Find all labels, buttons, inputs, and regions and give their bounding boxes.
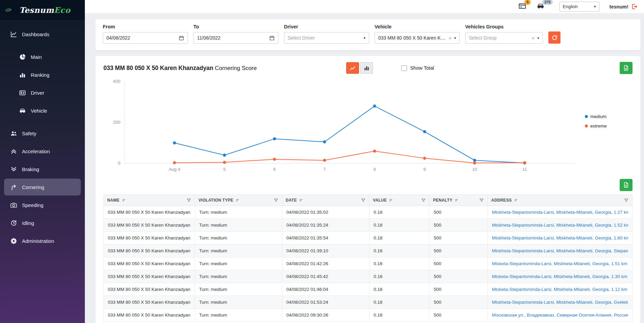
billing-indicator[interactable]: 5 (518, 2, 526, 11)
chevron-down-icon: ▾ (454, 36, 456, 40)
column-header-date[interactable]: DATE (282, 195, 369, 206)
address-link[interactable]: Mtskheta-Stepantsminda-Larsi, Mtskheta-M… (492, 235, 628, 240)
column-header-address[interactable]: ADDRESS (488, 195, 632, 206)
show-total-checkbox[interactable] (401, 65, 407, 71)
svg-text:9: 9 (423, 167, 426, 172)
sidebar-item-cornering[interactable]: Cornering (4, 179, 81, 195)
sidebar-item-speeding[interactable]: Speeding (4, 197, 81, 213)
cell-address: Mtsketa-Stepantsminda-Larsi, Mtskheta-Mt… (488, 257, 632, 270)
sidebar-item-driver[interactable]: Driver (4, 84, 81, 101)
sidebar-item-braking[interactable]: Braking (4, 161, 81, 178)
sort-icon[interactable] (122, 198, 126, 203)
cell-address: Mtskheta-Stepantsminda-Larsi, Mtskheta-M… (488, 219, 632, 231)
chevron-down-icon: ▾ (594, 5, 596, 8)
line-chart-icon (10, 31, 17, 38)
filter-funnel-icon[interactable] (361, 198, 366, 203)
refresh-button[interactable] (548, 31, 560, 44)
filter-funnel-icon[interactable] (186, 198, 191, 203)
address-link[interactable]: Mtskheta-Stepantsminda-Larsi, Mtskheta-M… (492, 223, 628, 228)
address-link[interactable]: Mtskheta-Stepantsminda-Larsi, Mtskheta-M… (492, 300, 628, 305)
column-header-name[interactable]: NAME (104, 195, 195, 206)
language-select[interactable]: English ▾ (559, 2, 599, 11)
bar-chart-toggle[interactable] (360, 62, 373, 74)
sidebar-item-vehicle[interactable]: Vehicle (4, 102, 81, 119)
svg-text:0: 0 (118, 161, 120, 166)
groups-select[interactable]: Select Group × ▾ (465, 32, 543, 44)
sidebar-item-idling[interactable]: Idling (4, 214, 81, 231)
show-total[interactable]: Show Total (401, 65, 434, 71)
sort-icon[interactable] (299, 198, 304, 203)
sort-icon[interactable] (235, 198, 240, 203)
legend-item-extreme[interactable]: extreme (585, 123, 607, 129)
address-link[interactable]: Mtskheta-Stepantsminda-Larsi, Mtskheta-M… (492, 210, 628, 215)
logo[interactable]: TesnumEco (0, 0, 85, 20)
sidebar-item-acceleration[interactable]: Acceleration (4, 143, 81, 160)
from-date-input[interactable]: 04/08/2022 (103, 32, 188, 44)
vehicles-indicator[interactable]: 275 (536, 2, 545, 11)
sidebar-item-label: Acceleration (22, 148, 50, 154)
cell-value: 0.16 (369, 283, 430, 296)
clear-icon[interactable]: × (532, 36, 535, 41)
table-row[interactable]: 033 MM 80 050 X 50 Karen KhanzadyanTurn:… (104, 283, 632, 296)
chevrons-down-icon (10, 166, 17, 173)
sort-icon[interactable] (514, 198, 519, 203)
chart-title: 033 MM 80 050 X 50 Karen Khanzadyan Corn… (103, 65, 257, 72)
driver-select[interactable]: Select Driver ▾ (284, 32, 369, 44)
table-row[interactable]: 033 MM 80 050 X 50 Karen KhanzadyanTurn:… (104, 206, 632, 219)
chart-area: 0200400Aug 4567891011 mediumextreme (103, 76, 633, 178)
cell-violation-type: Turn: medium (195, 245, 282, 257)
table-row[interactable]: 033 MM 80 050 X 50 Karen KhanzadyanTurn:… (104, 257, 632, 270)
sidebar-item-main[interactable]: Main (4, 48, 81, 65)
sidebar-item-administration[interactable]: Administration (4, 232, 81, 249)
table-row[interactable]: 033 MM 80 050 X 50 Karen KhanzadyanTurn:… (104, 219, 632, 232)
table-row[interactable]: 033 MM 80 050 X 50 Karen KhanzadyanTurn:… (104, 270, 632, 283)
vehicle-select[interactable]: 033 MM 80 050 X 50 Karen Khanzadyan × ▾ (375, 32, 460, 44)
sort-icon[interactable] (454, 198, 459, 203)
column-header-value[interactable]: VALUE (369, 195, 430, 206)
sidebar-item-ranking[interactable]: Ranking (4, 66, 81, 83)
table-row[interactable]: 033 MM 80 050 X 50 Karen KhanzadyanTurn:… (104, 309, 632, 322)
user-menu[interactable]: tesnum! (610, 3, 638, 10)
to-date-input[interactable]: 11/08/2022 (193, 32, 279, 44)
address-link[interactable]: Mtsketa-Stepantsminda-Larsi, Mtskheta-Mt… (492, 287, 628, 292)
pie-chart-icon (19, 53, 26, 61)
filter-funnel-icon[interactable] (273, 198, 279, 203)
cell-value: 0.16 (369, 270, 430, 283)
clear-icon[interactable]: × (449, 36, 452, 41)
cell-violation-type: Turn: medium (195, 309, 282, 321)
cell-address: Московская ул., Владикавказ, Северная Ос… (488, 309, 632, 321)
table-row[interactable]: 033 MM 80 050 X 50 Karen KhanzadyanTurn:… (104, 245, 632, 257)
column-header-violation-type[interactable]: VIOLATION TYPE (195, 195, 282, 206)
filter-from: From 04/08/2022 (103, 24, 188, 44)
filter-funnel-icon[interactable] (421, 198, 426, 203)
logout-icon[interactable] (631, 3, 638, 10)
calendar-icon[interactable] (178, 35, 184, 41)
column-label: PENALTY (433, 198, 452, 203)
column-label: VALUE (373, 198, 387, 203)
filter-funnel-icon[interactable] (624, 198, 629, 203)
chart-title-metric: Cornering Score (215, 65, 257, 71)
table-row[interactable]: 033 MM 80 050 X 50 Karen KhanzadyanTurn:… (104, 296, 632, 309)
legend-item-medium[interactable]: medium (585, 114, 607, 119)
sidebar-menu: DashboardsMainRankingDriverVehicleSafety… (0, 20, 85, 250)
table-row[interactable]: 033 MM 80 050 X 50 Karen KhanzadyanTurn:… (104, 232, 632, 245)
vehicle-value: 033 MM 80 050 X 50 Karen Khanzadyan (378, 35, 446, 41)
cell-date: 04/08/2022 01:35:02 (282, 206, 369, 218)
export-chart-button[interactable] (620, 62, 633, 74)
language-value: English (563, 4, 578, 9)
calendar-icon[interactable] (269, 35, 275, 41)
address-link[interactable]: Московская ул., Владикавказ, Северная Ос… (492, 313, 628, 318)
export-table-button[interactable] (620, 179, 633, 191)
address-link[interactable]: Mtsketa-Stepantsminda-Larsi, Mtskheta-Mt… (492, 274, 628, 279)
column-label: DATE (286, 198, 297, 203)
address-link[interactable]: Mtskheta-Stepantsminda-Larsi, Mtskheta-M… (492, 248, 628, 253)
sidebar-item-dashboards[interactable]: Dashboards (4, 26, 81, 43)
car-icon (19, 107, 26, 114)
groups-placeholder: Select Group (469, 35, 529, 41)
sidebar-item-safety[interactable]: Safety (4, 125, 81, 142)
sort-icon[interactable] (389, 198, 393, 203)
address-link[interactable]: Mtsketa-Stepantsminda-Larsi, Mtskheta-Mt… (492, 261, 628, 266)
line-chart-toggle[interactable] (346, 62, 359, 74)
column-header-penalty[interactable]: PENALTY (430, 195, 488, 206)
filter-funnel-icon[interactable] (479, 198, 484, 203)
